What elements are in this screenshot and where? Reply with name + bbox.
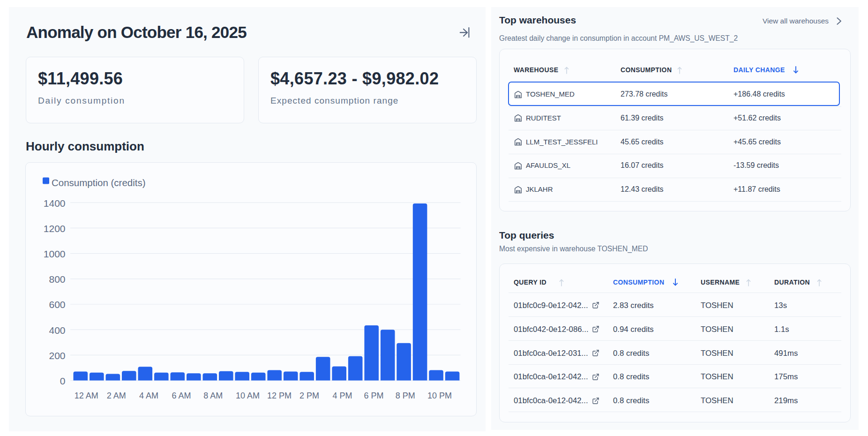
svg-text:6 AM: 6 AM — [172, 391, 191, 400]
svg-text:1000: 1000 — [44, 248, 66, 259]
svg-text:Consumption (credits): Consumption (credits) — [52, 177, 146, 188]
svg-text:10 PM: 10 PM — [427, 391, 452, 400]
svg-text:2 PM: 2 PM — [299, 391, 319, 400]
svg-text:8 AM: 8 AM — [203, 391, 223, 400]
svg-text:2 AM: 2 AM — [107, 391, 126, 400]
svg-text:4 PM: 4 PM — [332, 391, 352, 400]
svg-text:10 AM: 10 AM — [236, 391, 260, 400]
svg-text:6 PM: 6 PM — [364, 391, 383, 400]
svg-text:8 PM: 8 PM — [396, 391, 415, 400]
svg-text:0: 0 — [60, 376, 66, 386]
svg-text:4 AM: 4 AM — [139, 391, 158, 400]
svg-text:1400: 1400 — [44, 198, 66, 209]
svg-text:800: 800 — [49, 274, 65, 285]
svg-text:600: 600 — [49, 299, 65, 310]
svg-text:200: 200 — [49, 350, 65, 361]
svg-text:400: 400 — [49, 325, 65, 336]
svg-text:12 PM: 12 PM — [267, 391, 292, 400]
svg-text:1200: 1200 — [44, 223, 66, 234]
svg-text:12 AM: 12 AM — [75, 391, 98, 400]
